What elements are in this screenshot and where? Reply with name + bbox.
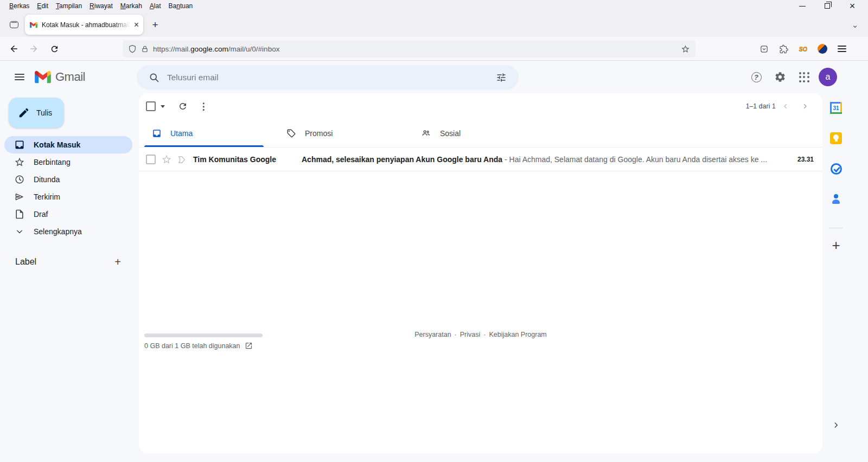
sidebar-item-snoozed[interactable]: Ditunda <box>4 171 132 188</box>
contacts-button[interactable] <box>827 190 845 208</box>
extension-ball-icon <box>818 44 827 54</box>
extensions-button[interactable] <box>775 40 792 57</box>
url-text[interactable]: https://mail.google.com/mail/u/0/#inbox <box>153 45 279 53</box>
refresh-button[interactable] <box>173 96 193 117</box>
back-button[interactable] <box>5 40 23 57</box>
calendar-button[interactable]: 31 <box>827 99 845 117</box>
pocket-icon <box>760 44 769 54</box>
reload-button[interactable] <box>46 40 63 57</box>
newer-page-button[interactable] <box>776 97 795 116</box>
pencil-icon <box>18 107 30 119</box>
gmail-logo-text: Gmail <box>55 70 85 84</box>
settings-button[interactable] <box>769 66 791 88</box>
create-label-button[interactable] <box>111 255 124 268</box>
minimize-button[interactable] <box>794 1 810 11</box>
menu-tampilan[interactable]: Tampilan <box>52 1 86 11</box>
menu-berkas[interactable]: Berkas <box>5 1 33 11</box>
tune-icon <box>496 72 507 83</box>
bookmark-star-icon[interactable] <box>681 44 690 54</box>
tab-social[interactable]: Sosial <box>412 119 547 147</box>
chevron-right-icon <box>832 421 840 429</box>
browser-tabbar: Kotak Masuk - ahmadbuatmail <box>0 12 868 37</box>
draft-icon <box>14 209 25 220</box>
gmail-main-menu-button[interactable] <box>8 65 31 89</box>
footer-link-terms[interactable]: Persyaratan <box>414 331 451 338</box>
footer-links: Persyaratan·Privasi·Kebijakan Program <box>139 331 822 338</box>
footer-link-privacy[interactable]: Privasi <box>460 331 481 338</box>
people-icon <box>421 128 431 138</box>
browser-menubar: Berkas Edit Tampilan Riwayat Markah Alat… <box>0 0 868 12</box>
compose-button[interactable]: Tulis <box>9 98 64 128</box>
gmail-favicon <box>29 21 38 29</box>
more-options-button[interactable] <box>193 96 214 117</box>
forward-icon <box>29 44 39 54</box>
hide-side-panel-button[interactable] <box>829 419 843 432</box>
email-sender: Tim Komunitas Google <box>193 155 296 164</box>
tab-primary[interactable]: Utama <box>143 119 278 147</box>
star-icon[interactable] <box>161 154 172 165</box>
select-all-checkbox[interactable] <box>146 101 156 111</box>
list-all-tabs-button[interactable] <box>848 20 861 30</box>
url-bar[interactable]: https://mail.google.com/mail/u/0/#inbox <box>123 40 695 57</box>
shield-icon[interactable] <box>128 44 137 53</box>
minimize-icon <box>799 6 806 7</box>
email-row[interactable]: Tim Komunitas Google Achmad, selesaikan … <box>139 148 822 171</box>
search-input[interactable] <box>167 73 488 82</box>
sidebar-item-drafts[interactable]: Draf <box>4 206 132 223</box>
mail-list-toolbar: 1–1 dari 1 <box>139 93 822 119</box>
extension-ball-button[interactable] <box>814 40 831 57</box>
tasks-icon <box>831 163 842 175</box>
sidebar-item-starred[interactable]: Berbintang <box>4 153 132 171</box>
restore-button[interactable] <box>819 1 835 11</box>
close-button[interactable] <box>844 1 860 11</box>
gmail-logo-icon <box>34 68 52 86</box>
search-icon <box>149 72 159 83</box>
menu-markah[interactable]: Markah <box>117 1 146 11</box>
window-controls <box>794 0 860 12</box>
pocket-save-button[interactable] <box>755 40 773 57</box>
menu-riwayat[interactable]: Riwayat <box>86 1 117 11</box>
browser-tab[interactable]: Kotak Masuk - ahmadbuatmail <box>25 15 143 35</box>
menu-edit[interactable]: Edit <box>33 1 52 11</box>
older-page-button[interactable] <box>795 97 815 116</box>
contacts-icon <box>830 193 842 205</box>
chevron-left-icon <box>782 102 789 110</box>
side-panel-rail: 31 <box>822 93 868 453</box>
firefox-view-button[interactable] <box>7 17 22 32</box>
tab-close-icon[interactable] <box>134 20 139 30</box>
extension-so-button[interactable]: SO <box>794 40 812 57</box>
lock-icon <box>141 45 149 53</box>
importance-marker-icon[interactable] <box>177 155 187 165</box>
email-checkbox[interactable] <box>146 155 156 164</box>
tasks-button[interactable] <box>827 160 845 177</box>
forward-button[interactable] <box>25 40 42 57</box>
sidebar-item-more[interactable]: Selengkapnya <box>4 223 132 240</box>
search-options-button[interactable] <box>490 67 512 88</box>
gear-icon <box>774 71 786 83</box>
gmail-search-bar <box>137 65 519 90</box>
app-menu-button[interactable] <box>833 40 851 57</box>
help-icon <box>751 72 762 82</box>
keep-button[interactable] <box>827 130 845 147</box>
tag-icon <box>286 129 296 138</box>
google-apps-button[interactable] <box>793 66 815 88</box>
chevron-right-icon <box>801 102 809 110</box>
tab-promotions[interactable]: Promosi <box>278 119 412 147</box>
new-tab-button[interactable] <box>148 17 163 33</box>
sidebar-item-sent[interactable]: Terkirim <box>4 188 132 206</box>
restore-icon <box>825 3 830 9</box>
search-button[interactable] <box>143 67 165 88</box>
menu-alat[interactable]: Alat <box>146 1 165 11</box>
puzzle-icon <box>779 44 788 54</box>
avatar: a <box>819 68 837 86</box>
menu-bantuan[interactable]: Bantuan <box>165 1 197 11</box>
storage-usage: 0 GB dari 1 GB telah digunakan <box>144 342 253 350</box>
external-link-icon[interactable] <box>245 342 253 350</box>
footer-link-program-policies[interactable]: Kebijakan Program <box>489 331 546 338</box>
select-dropdown-icon[interactable] <box>161 105 165 108</box>
get-addons-button[interactable] <box>827 236 845 254</box>
support-button[interactable] <box>745 66 767 88</box>
hamburger-icon <box>838 46 846 52</box>
account-button[interactable]: a <box>817 66 839 88</box>
sidebar-item-inbox[interactable]: Kotak Masuk <box>4 136 132 153</box>
